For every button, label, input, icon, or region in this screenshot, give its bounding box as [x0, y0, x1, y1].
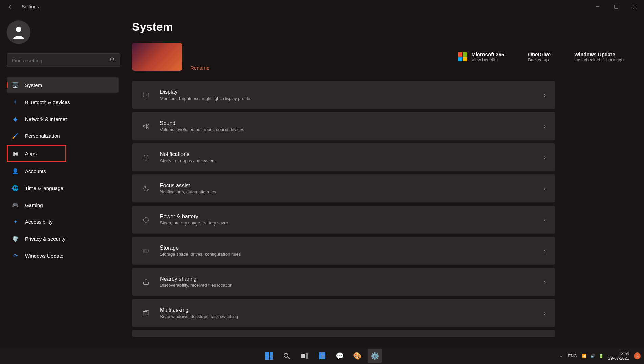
apps-icon: ▦ [12, 150, 19, 157]
svg-rect-25 [322, 356, 325, 359]
start-button[interactable] [262, 349, 276, 363]
svg-rect-17 [265, 356, 269, 360]
nav-label: Accessibility [25, 219, 53, 225]
nav-network[interactable]: ◆ Network & internet [7, 111, 119, 127]
setting-multitasking[interactable]: Multitasking Snap windows, desktops, tas… [132, 299, 555, 327]
nav-label: Network & internet [25, 116, 67, 122]
nav-list: 🖥️ System ᚼ Bluetooth & devices ◆ Networ… [7, 77, 119, 263]
sidebar: 🖥️ System ᚼ Bluetooth & devices ◆ Networ… [0, 14, 125, 348]
close-button[interactable] [625, 0, 644, 14]
date-label: 29-07-2021 [608, 356, 629, 361]
tile-ms365[interactable]: Microsoft 365 View benefits [458, 51, 505, 62]
gamepad-icon: 🎮 [12, 201, 19, 209]
language-indicator[interactable]: ENG [568, 354, 577, 358]
nav-apps[interactable]: ▦ Apps [7, 145, 66, 162]
tray-expand-icon[interactable]: ︿ [559, 353, 563, 359]
sound-icon [142, 122, 150, 131]
task-view[interactable] [297, 349, 312, 363]
chevron-right-icon: › [544, 123, 546, 129]
clock[interactable]: 13:54 29-07-2021 [608, 351, 629, 361]
svg-point-5 [110, 58, 114, 61]
minimize-button[interactable] [588, 0, 607, 14]
notification-badge[interactable]: 2 [634, 352, 641, 359]
back-button[interactable] [6, 3, 14, 11]
microsoft-logo-icon [458, 52, 467, 61]
setting-nearby-sharing[interactable]: Nearby sharing Discoverability, received… [132, 268, 555, 296]
globe-icon: 🌐 [12, 184, 19, 192]
wifi-icon: ◆ [12, 115, 19, 123]
moon-icon [142, 184, 150, 193]
setting-title: Display [160, 89, 544, 95]
setting-title: Storage [160, 245, 544, 251]
svg-point-12 [144, 251, 145, 251]
chevron-right-icon: › [544, 154, 546, 160]
nav-label: Accounts [25, 168, 46, 174]
search-input[interactable] [12, 58, 110, 63]
search-box[interactable] [7, 53, 120, 67]
setting-row-partial[interactable] [132, 330, 555, 337]
svg-point-4 [16, 27, 21, 32]
nav-system[interactable]: 🖥️ System [7, 77, 119, 93]
time-label: 13:54 [608, 351, 629, 356]
settings-taskbar[interactable]: ⚙️ [368, 349, 382, 363]
nav-accounts[interactable]: 👤 Accounts [7, 163, 119, 179]
setting-sound[interactable]: Sound Volume levels, output, input, soun… [132, 112, 555, 140]
setting-desc: Snap windows, desktops, task switching [160, 314, 544, 319]
wifi-tray-icon[interactable]: 📶 [582, 354, 587, 358]
svg-rect-7 [143, 93, 149, 97]
setting-focus-assist[interactable]: Focus assist Notifications, automatic ru… [132, 174, 555, 202]
device-thumbnail[interactable] [132, 43, 182, 71]
titlebar: Settings [0, 0, 644, 14]
svg-rect-15 [265, 352, 269, 356]
storage-icon [142, 247, 150, 255]
display-icon [142, 91, 150, 100]
chevron-right-icon: › [544, 279, 546, 285]
svg-rect-23 [319, 352, 322, 359]
nav-label: Bluetooth & devices [25, 99, 70, 105]
svg-line-20 [288, 357, 290, 359]
taskbar: 💬 🎨 ⚙️ ︿ ENG 📶 🔊 🔋 13:54 29-07-2021 2 [0, 348, 644, 364]
widgets-button[interactable] [315, 349, 329, 363]
search-icon [110, 57, 115, 64]
bell-icon [142, 153, 150, 162]
nav-gaming[interactable]: 🎮 Gaming [7, 197, 119, 213]
nav-label: Apps [25, 151, 37, 156]
setting-title: Nearby sharing [160, 276, 544, 282]
svg-rect-16 [270, 352, 273, 356]
setting-storage[interactable]: Storage Storage space, drives, configura… [132, 237, 555, 265]
tile-title: OneDrive [528, 51, 551, 57]
nav-bluetooth[interactable]: ᚼ Bluetooth & devices [7, 94, 119, 110]
setting-display[interactable]: Display Monitors, brightness, night ligh… [132, 81, 555, 109]
nav-privacy[interactable]: 🛡️ Privacy & security [7, 231, 119, 247]
setting-notifications[interactable]: Notifications Alerts from apps and syste… [132, 143, 555, 171]
user-icon: 👤 [12, 167, 19, 175]
update-icon: ⟳ [12, 252, 19, 259]
maximize-button[interactable] [607, 0, 625, 14]
tile-onedrive[interactable]: OneDrive Backed up [528, 51, 551, 62]
power-icon [142, 215, 150, 224]
nav-label: Time & language [25, 185, 63, 191]
nav-accessibility[interactable]: ✦ Accessibility [7, 214, 119, 230]
rename-link[interactable]: Rename [190, 65, 210, 71]
tile-sub: Backed up [528, 57, 551, 62]
content-area: System Rename Microsoft 365 View benefit… [125, 14, 644, 348]
tile-windows-update[interactable]: Windows Update Last checked: 1 hour ago [574, 51, 624, 62]
chevron-right-icon: › [544, 92, 546, 98]
chat-button[interactable]: 💬 [332, 349, 347, 363]
tile-title: Windows Update [574, 51, 624, 57]
user-avatar[interactable] [7, 20, 30, 44]
nav-label: Personalization [25, 133, 60, 139]
nav-time[interactable]: 🌐 Time & language [7, 180, 119, 196]
nav-personalization[interactable]: 🖌️ Personalization [7, 128, 119, 144]
svg-rect-21 [301, 354, 305, 358]
svg-rect-18 [270, 356, 273, 360]
setting-power[interactable]: Power & battery Sleep, battery usage, ba… [132, 206, 555, 234]
nav-update[interactable]: ⟳ Windows Update [7, 248, 119, 263]
setting-desc: Monitors, brightness, night light, displ… [160, 96, 544, 101]
paint-button[interactable]: 🎨 [350, 349, 364, 363]
search-taskbar[interactable] [280, 349, 294, 363]
volume-tray-icon[interactable]: 🔊 [590, 354, 595, 358]
battery-tray-icon[interactable]: 🔋 [599, 354, 604, 358]
header-row: Rename Microsoft 365 View benefits OneDr… [132, 43, 624, 71]
setting-desc: Storage space, drives, configuration rul… [160, 252, 544, 257]
